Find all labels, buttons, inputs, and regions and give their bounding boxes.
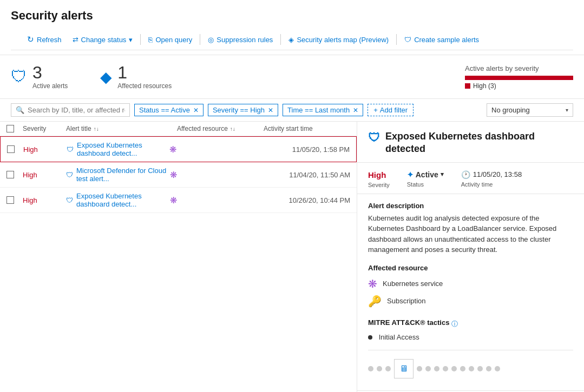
table-row[interactable]: High 🛡 Exposed Kubernetes dashboard dete… xyxy=(0,188,357,213)
detail-body: Alert description Kubernetes audit log a… xyxy=(357,194,584,390)
row1-k8s-icon: ❋ xyxy=(169,144,176,155)
refresh-button[interactable]: ↻ Refresh xyxy=(22,32,67,46)
open-query-label: Open query xyxy=(155,36,192,44)
detail-shield-icon: 🛡 xyxy=(368,130,380,146)
alert-description-text: Kubernetes audit log analysis detected e… xyxy=(368,213,573,255)
th-severity[interactable]: Severity xyxy=(23,125,66,132)
security-alerts-map-button[interactable]: ◈ Security alerts map (Preview) xyxy=(283,34,394,46)
timeline-dot11 xyxy=(477,366,483,371)
meta-time-label: Activity time xyxy=(461,181,522,188)
th-alert-title[interactable]: Alert title ↑↓ xyxy=(66,125,177,132)
mitre-tactics-section: MITRE ATT&CK® tactics ⓘ Initial Access xyxy=(368,318,573,341)
severity-high-text: High (3) xyxy=(473,82,496,90)
meta-time-value: 🕐 11/05/20, 13:58 xyxy=(461,170,522,179)
row2-checkbox[interactable] xyxy=(6,171,14,178)
separator2 xyxy=(200,34,200,45)
main-content: Severity Alert title ↑↓ Affected resourc… xyxy=(0,122,584,392)
th-affected-resource-label: Affected resource xyxy=(177,125,228,132)
row3-shield-icon: 🛡 xyxy=(66,196,73,204)
mitre-tactic-text: Initial Access xyxy=(379,333,419,341)
timeline-dot2 xyxy=(377,366,382,371)
timeline-dot10 xyxy=(469,366,474,371)
change-status-label: Change status xyxy=(81,36,127,44)
timeline-dot6 xyxy=(434,366,439,371)
sort-arrows-icon: ↑↓ xyxy=(94,126,99,132)
resource1-name: Kubernetes service xyxy=(383,280,443,288)
affected-resources-icon: ◆ xyxy=(100,68,112,86)
time-filter-close[interactable]: ✕ xyxy=(353,107,358,114)
select-all-checkbox[interactable] xyxy=(6,125,14,132)
grouping-chevron-icon: ▾ xyxy=(566,107,568,113)
resource1-item: ❋ Kubernetes service xyxy=(368,275,573,293)
timeline-dot13 xyxy=(495,366,500,371)
timeline-dot9 xyxy=(460,366,465,371)
status-filter-close[interactable]: ✕ xyxy=(193,107,199,114)
time-filter-text: Time == Last month xyxy=(287,106,350,114)
th-checkbox xyxy=(6,125,23,132)
row3-checkbox[interactable] xyxy=(6,196,14,204)
severity-filter-text: Severity == High xyxy=(213,106,265,114)
clock-icon: 🕐 xyxy=(461,170,470,179)
suppression-rules-button[interactable]: ◎ Suppression rules xyxy=(202,34,278,46)
timeline-dot5 xyxy=(425,366,431,371)
tactic-dot xyxy=(368,335,372,340)
status-spin-icon: ✦ xyxy=(407,170,414,179)
row1-severity: High xyxy=(23,145,67,154)
th-activity-start-label: Activity start time xyxy=(264,125,313,132)
open-query-button[interactable]: ⎘ Open query xyxy=(143,34,198,46)
status-filter-text: Status == Active xyxy=(139,106,190,114)
row3-k8s-icon: ❋ xyxy=(170,195,177,205)
th-affected-resource[interactable]: Affected resource ↑↓ xyxy=(177,125,264,132)
active-alerts-count: 3 xyxy=(32,64,68,81)
timeline-active-icon: 🖥 xyxy=(394,359,414,378)
search-icon: 🔍 xyxy=(16,106,24,114)
change-status-button[interactable]: ⇄ Change status ▾ xyxy=(67,34,139,46)
timeline-dot4 xyxy=(417,366,422,371)
high-dot xyxy=(465,83,470,89)
meta-status-label: Status xyxy=(407,181,444,188)
meta-activity-time: 🕐 11/05/20, 13:58 Activity time xyxy=(461,170,522,188)
mitre-info-icon[interactable]: ⓘ xyxy=(451,320,458,329)
map-icon: ◈ xyxy=(288,36,294,44)
grouping-select[interactable]: No grouping ▾ xyxy=(487,103,573,117)
affected-resources-count: 1 xyxy=(117,64,172,81)
detail-header: 🛡 Exposed Kubernetes dashboard detected xyxy=(357,122,584,163)
timeline-dot1 xyxy=(368,366,373,371)
severity-chart-label: High (3) xyxy=(465,82,573,90)
table-row[interactable]: High 🛡 Microsoft Defender for Cloud test… xyxy=(0,162,357,188)
row3-time: 10/26/20, 10:44 PM xyxy=(264,196,350,204)
status-filter-tag[interactable]: Status == Active ✕ xyxy=(134,104,204,116)
row1-checkbox-cell xyxy=(7,145,23,153)
suppression-icon: ◎ xyxy=(208,36,214,44)
row3-severity: High xyxy=(23,196,66,204)
add-filter-icon: + xyxy=(373,106,378,114)
create-sample-alerts-button[interactable]: 🛡 Create sample alerts xyxy=(399,34,484,46)
severity-chart: Active alerts by severity High (3) xyxy=(465,64,573,90)
timeline-dot3 xyxy=(385,366,391,371)
filter-row: 🔍 Status == Active ✕ Severity == High ✕ … xyxy=(0,99,584,122)
add-filter-button[interactable]: + Add filter xyxy=(368,104,414,116)
row3-checkbox-cell xyxy=(6,196,23,204)
time-filter-tag[interactable]: Time == Last month ✕ xyxy=(283,104,363,116)
timeline-dot7 xyxy=(443,366,448,371)
search-input[interactable] xyxy=(28,106,125,114)
row2-shield-icon: 🛡 xyxy=(66,171,73,179)
table-body: High 🛡 Exposed Kubernetes dashboard dete… xyxy=(0,136,357,392)
row3-alert-title: 🛡 Exposed Kubernetes dashboard detect...… xyxy=(66,192,177,208)
severity-filter-tag[interactable]: Severity == High ✕ xyxy=(208,104,278,116)
subscription-icon: 🔑 xyxy=(368,295,382,308)
change-status-icon: ⇄ xyxy=(73,36,78,44)
table-row[interactable]: High 🛡 Exposed Kubernetes dashboard dete… xyxy=(0,136,357,162)
detail-title: 🛡 Exposed Kubernetes dashboard detected xyxy=(368,130,573,156)
search-box[interactable]: 🔍 xyxy=(11,103,130,117)
row1-checkbox[interactable] xyxy=(7,145,15,153)
severity-filter-close[interactable]: ✕ xyxy=(268,107,273,114)
sample-alerts-icon: 🛡 xyxy=(404,36,411,44)
row1-title-text: Exposed Kubernetes dashboard detect... xyxy=(77,141,166,157)
status-chevron-icon[interactable]: ▾ xyxy=(441,171,444,178)
sort-arrows-resource-icon: ↑↓ xyxy=(230,126,235,132)
resource2-name: Subscription xyxy=(387,297,426,305)
th-activity-start: Activity start time xyxy=(264,125,350,132)
row2-time: 11/04/20, 11:50 AM xyxy=(264,171,350,179)
chevron-down-icon: ▾ xyxy=(129,36,133,44)
